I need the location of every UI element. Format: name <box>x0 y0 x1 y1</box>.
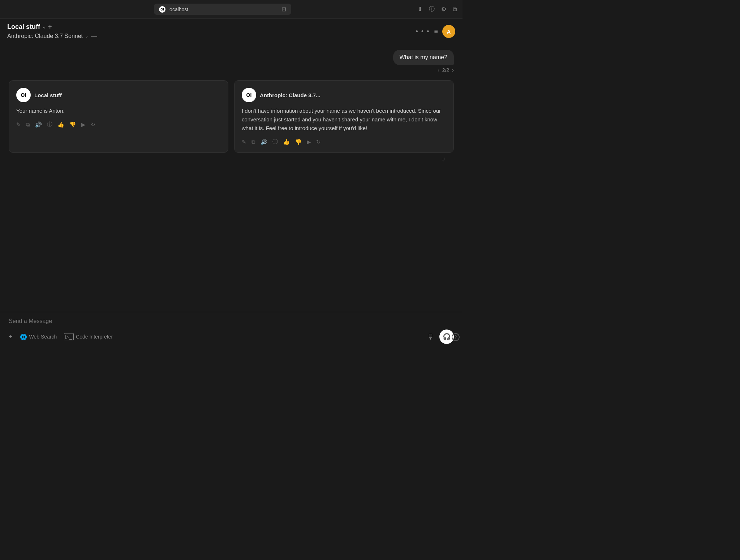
copy-icon-2[interactable]: ⧉ <box>251 139 255 145</box>
new-chat-button[interactable]: + <box>48 23 52 31</box>
copy-icon[interactable]: ⧉ <box>26 121 30 128</box>
speaker-icon-2[interactable]: 🔊 <box>261 139 267 145</box>
anthropic-model-avatar: OI <box>242 88 256 102</box>
local-model-name: Local stuff <box>34 92 62 98</box>
model-name: Anthropic: Claude 3.7 Sonnet <box>7 33 83 39</box>
fork-icon[interactable]: ⑂ <box>441 156 445 164</box>
add-icon: + <box>9 333 13 341</box>
message-input[interactable] <box>9 318 454 324</box>
pagination-control: ‹ 2/2 › <box>438 67 454 73</box>
refresh-icon-2[interactable]: ↻ <box>316 139 321 145</box>
remove-model-button[interactable]: — <box>91 32 97 40</box>
web-search-label: Web Search <box>29 334 57 340</box>
code-interpreter-button[interactable]: ▷_ Code Interpreter <box>64 333 113 340</box>
page-indicator: 2/2 <box>442 67 449 73</box>
next-page-button[interactable]: › <box>452 67 454 73</box>
info-action-icon[interactable]: ⓘ <box>47 121 52 128</box>
response-header-anthropic: OI Anthropic: Claude 3.7... <box>242 88 446 102</box>
download-icon[interactable]: ⬇ <box>418 6 422 13</box>
chat-header: Local stuff ⌄ + Anthropic: Claude 3.7 So… <box>0 19 462 43</box>
header-left: Local stuff ⌄ + Anthropic: Claude 3.7 So… <box>7 23 97 40</box>
thumbsup-icon-2[interactable]: 👍 <box>283 139 290 145</box>
response-card-anthropic: OI Anthropic: Claude 3.7... I don't have… <box>234 80 454 153</box>
chat-area: What is my name? ‹ 2/2 › OI Local stuff … <box>0 43 462 309</box>
sidebar-icon[interactable]: ⧉ <box>453 6 457 13</box>
more-options-button[interactable]: • • • <box>416 28 430 35</box>
refresh-icon[interactable]: ↻ <box>91 121 95 128</box>
anthropic-model-name: Anthropic: Claude 3.7... <box>260 92 320 98</box>
edit-icon[interactable]: ✎ <box>16 121 21 128</box>
edit-icon-2[interactable]: ✎ <box>242 139 246 145</box>
response-card-local: OI Local stuff Your name is Anton. ✎ ⧉ 🔊… <box>9 80 228 153</box>
speaker-icon[interactable]: 🔊 <box>35 121 42 128</box>
bottom-input-area: + 🌐 Web Search ▷_ Code Interpreter 🎙 🎧 <box>0 312 462 350</box>
microphone-button[interactable]: 🎙 <box>427 333 434 341</box>
workspace-chevron-icon[interactable]: ⌄ <box>42 25 46 30</box>
local-response-text: Your name is Anton. <box>16 107 221 115</box>
settings-icon[interactable]: ⚙ <box>441 6 446 13</box>
thumbsdown-icon[interactable]: 👎 <box>69 121 76 128</box>
bottom-toolbar: + 🌐 Web Search ▷_ Code Interpreter 🎙 🎧 <box>9 329 454 344</box>
local-response-actions: ✎ ⧉ 🔊 ⓘ 👍 👎 ▶ ↻ <box>16 121 221 128</box>
oi-favicon: OI <box>159 6 165 13</box>
model-chevron-icon[interactable]: ⌄ <box>85 34 89 39</box>
play-icon[interactable]: ▶ <box>81 121 86 128</box>
workspace-name: Local stuff <box>7 23 40 31</box>
bottom-tools-right: 🎙 🎧 <box>427 329 454 344</box>
monitor-icon: ⊡ <box>281 6 286 13</box>
user-avatar[interactable]: A <box>442 25 455 38</box>
help-button[interactable]: ? <box>452 333 460 341</box>
model-title-row: Anthropic: Claude 3.7 Sonnet ⌄ — <box>7 32 97 40</box>
prev-page-button[interactable]: ‹ <box>438 67 439 73</box>
workspace-title-row: Local stuff ⌄ + <box>7 23 97 31</box>
response-header-local: OI Local stuff <box>16 88 221 102</box>
question-mark-icon: ? <box>455 335 457 340</box>
headphone-icon: 🎧 <box>443 333 451 341</box>
user-message-container: What is my name? ‹ 2/2 › <box>9 50 454 73</box>
titlebar-actions: ⬇ ⓘ ⚙ ⧉ <box>418 5 457 13</box>
anthropic-response-actions: ✎ ⧉ 🔊 ⓘ 👍 👎 ▶ ↻ <box>242 138 446 145</box>
fork-area: ⑂ <box>9 156 454 164</box>
responses-row: OI Local stuff Your name is Anton. ✎ ⧉ 🔊… <box>9 80 454 153</box>
info-action-icon-2[interactable]: ⓘ <box>272 138 278 145</box>
thumbsup-icon[interactable]: 👍 <box>57 121 64 128</box>
bottom-tools-left: + 🌐 Web Search ▷_ Code Interpreter <box>9 333 113 341</box>
play-icon-2[interactable]: ▶ <box>307 139 311 145</box>
terminal-icon: ▷_ <box>64 333 74 340</box>
user-message-bubble: What is my name? <box>393 50 454 65</box>
user-message-text: What is my name? <box>400 54 447 60</box>
globe-icon: 🌐 <box>20 333 27 340</box>
header-right: • • • ≡ A <box>416 25 455 38</box>
address-bar[interactable]: OI localhost ⊡ <box>154 4 291 15</box>
web-search-button[interactable]: 🌐 Web Search <box>20 333 57 340</box>
add-attachment-button[interactable]: + <box>9 333 13 341</box>
local-model-avatar: OI <box>16 88 31 102</box>
url-text: localhost <box>168 7 279 12</box>
anthropic-response-text: I don't have information about your name… <box>242 107 446 133</box>
info-icon[interactable]: ⓘ <box>429 5 435 13</box>
settings-sliders-button[interactable]: ≡ <box>434 28 438 35</box>
code-interpreter-label: Code Interpreter <box>76 334 113 340</box>
thumbsdown-icon-2[interactable]: 👎 <box>295 139 302 145</box>
titlebar: OI localhost ⊡ ⬇ ⓘ ⚙ ⧉ <box>0 0 462 19</box>
